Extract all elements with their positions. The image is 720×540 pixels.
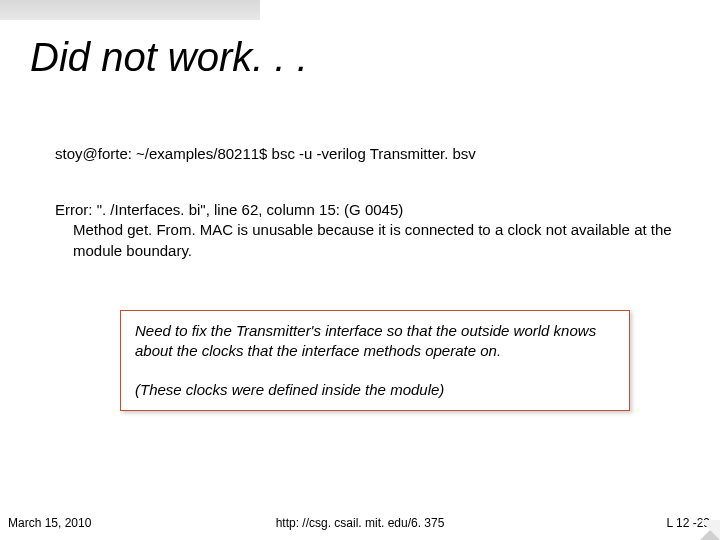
error-line-1: Error: ". /Interfaces. bi", line 62, col…	[55, 200, 685, 220]
note-box: Need to fix the Transmitter's interface …	[120, 310, 630, 411]
slide-title: Did not work. . .	[30, 35, 308, 80]
note-paragraph-1: Need to fix the Transmitter's interface …	[135, 321, 615, 362]
command-line: stoy@forte: ~/examples/80211$ bsc -u -ve…	[55, 145, 476, 162]
error-line-2: Method get. From. MAC is unusable becaus…	[55, 220, 685, 261]
footer-url: http: //csg. csail. mit. edu/6. 375	[0, 516, 720, 530]
error-block: Error: ". /Interfaces. bi", line 62, col…	[55, 200, 685, 261]
note-paragraph-2: (These clocks were defined inside the mo…	[135, 380, 615, 400]
top-accent-bar	[0, 0, 260, 20]
page-corner-fold-icon	[700, 520, 720, 540]
